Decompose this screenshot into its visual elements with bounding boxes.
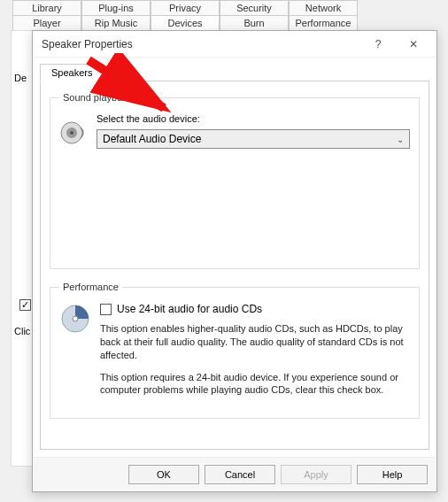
svg-point-2 xyxy=(70,131,73,135)
dialog-title: Speaker Properties xyxy=(42,38,360,50)
parent-tab-plugins[interactable]: Plug-ins xyxy=(81,0,151,15)
use-24bit-checkbox[interactable] xyxy=(100,304,112,315)
speaker-icon xyxy=(59,119,88,147)
dialog-tabstrip: Speakers xyxy=(33,58,436,81)
select-device-label: Select the audio device: xyxy=(97,113,410,124)
parent-tab-library[interactable]: Library xyxy=(12,0,81,15)
parent-tab-burn[interactable]: Burn xyxy=(220,15,289,30)
ok-button[interactable]: OK xyxy=(128,465,199,484)
check-icon: ✓ xyxy=(21,300,29,310)
parent-tab-network[interactable]: Network xyxy=(289,0,358,15)
tab-speakers[interactable]: Speakers xyxy=(40,64,104,81)
cancel-button[interactable]: Cancel xyxy=(205,465,275,484)
dialog-button-row: OK Cancel Apply Help xyxy=(33,457,436,491)
parent-tab-ripmusic[interactable]: Rip Music xyxy=(81,15,151,30)
close-button[interactable]: ✕ xyxy=(396,32,431,57)
chevron-down-icon: ⌄ xyxy=(397,135,404,144)
perf-desc-2: This option requires a 24-bit audio devi… xyxy=(100,371,410,398)
parent-tab-performance[interactable]: Performance xyxy=(289,15,358,30)
apply-button[interactable]: Apply xyxy=(281,465,351,484)
parent-tabstrip: Library Plug-ins Privacy Security Networ… xyxy=(0,0,448,30)
perf-desc-1: This option enables higher-quality audio… xyxy=(100,322,410,362)
parent-tab-devices[interactable]: Devices xyxy=(151,15,220,30)
audio-device-combo-value: Default Audio Device xyxy=(103,133,201,145)
titlebar: Speaker Properties ? ✕ xyxy=(33,31,436,58)
svg-point-4 xyxy=(73,316,78,321)
parent-checkbox[interactable]: ✓ xyxy=(19,299,31,311)
parent-tab-security[interactable]: Security xyxy=(220,0,289,15)
speaker-properties-dialog: Speaker Properties ? ✕ Speakers Sound pl… xyxy=(32,30,437,492)
group-performance-legend: Performance xyxy=(59,282,122,292)
parent-click-fragment: Clic xyxy=(14,326,30,336)
help-button-footer[interactable]: Help xyxy=(357,465,428,484)
help-button[interactable]: ? xyxy=(360,32,396,57)
group-performance: Performance Use 24-bit audio for audio C… xyxy=(50,282,420,419)
group-sound-playback: Sound playback Select the audio device: … xyxy=(50,92,420,269)
use-24bit-label: Use 24-bit audio for audio CDs xyxy=(117,303,262,315)
parent-tab-player[interactable]: Player xyxy=(12,15,81,30)
parent-devices-label-fragment: De xyxy=(14,73,27,83)
parent-tab-privacy[interactable]: Privacy xyxy=(151,0,220,15)
dialog-body: Sound playback Select the audio device: … xyxy=(40,81,429,450)
audio-device-combo[interactable]: Default Audio Device ⌄ xyxy=(97,129,410,149)
disc-icon xyxy=(59,303,91,335)
group-sound-playback-legend: Sound playback xyxy=(59,92,135,103)
